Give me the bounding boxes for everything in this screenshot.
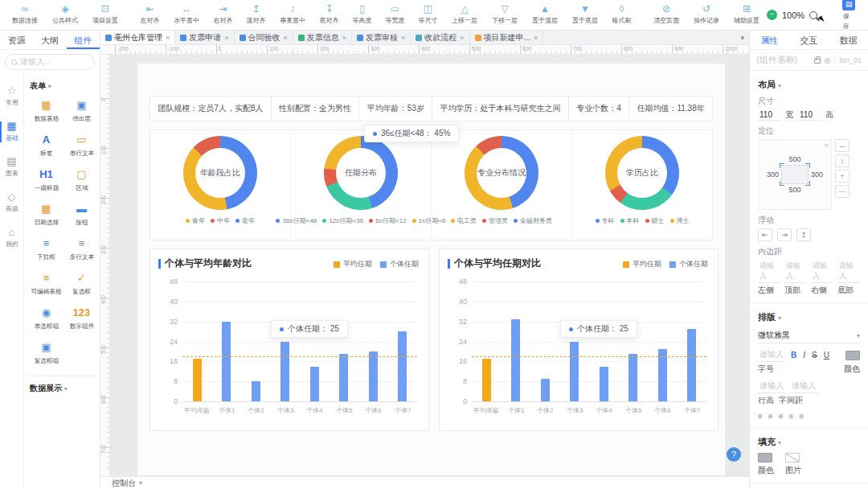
page-tab[interactable]: 发票申请 × bbox=[175, 31, 234, 44]
page-tab[interactable]: 收款流程 × bbox=[411, 31, 469, 44]
panel-tab[interactable]: 数据 bbox=[829, 31, 868, 49]
zoom-in-icon[interactable] bbox=[809, 11, 817, 19]
close-icon[interactable]: × bbox=[284, 34, 288, 42]
canvas-area[interactable]: 0100200300400500600700 团队规模：定员7人，实配8人性别配… bbox=[100, 55, 749, 476]
section-header[interactable]: 排版 ▾ bbox=[758, 311, 860, 323]
padding-field[interactable]: 请输入 bbox=[784, 260, 807, 283]
page-tab[interactable]: 发票审核 × bbox=[352, 31, 411, 44]
section-header[interactable]: 数据展示 ▾ bbox=[28, 376, 97, 394]
float-tool-button[interactable]: ⇥ bbox=[777, 228, 792, 241]
component-item[interactable]: ≡ 多行文本 bbox=[66, 236, 97, 262]
sidebar-tab[interactable]: 大纲 bbox=[33, 31, 66, 49]
sidebar-tab[interactable]: 资源 bbox=[0, 31, 33, 49]
text-align-button[interactable]: ≡ bbox=[799, 412, 804, 421]
toolbar-button[interactable]: ⊞ 辅助设置 bbox=[727, 4, 767, 26]
category-rail-item[interactable]: ▦ 基础 bbox=[0, 121, 23, 143]
float-tool-button[interactable]: ↥ bbox=[796, 228, 811, 241]
toolbar-button[interactable]: ◈ 公共样式 bbox=[45, 4, 85, 26]
toolbar-button[interactable]: ◫ 等尺寸 bbox=[411, 4, 444, 26]
line-height-field[interactable]: 请输入 bbox=[758, 380, 785, 393]
italic-button[interactable]: I bbox=[802, 351, 806, 360]
link-icon[interactable]: ∞ bbox=[824, 142, 829, 149]
text-align-button[interactable]: ≡ bbox=[789, 412, 794, 421]
float-tool-button[interactable]: ⇤ bbox=[758, 228, 772, 241]
toolbar-button[interactable]: ↕ 垂直居中 bbox=[272, 4, 313, 26]
position-tool-button[interactable]: ↔ bbox=[835, 139, 850, 152]
toolbar-button[interactable]: ⊡ 项目设置 bbox=[85, 4, 125, 26]
font-color-swatch[interactable] bbox=[845, 351, 860, 360]
toolbar-button[interactable]: ↺ 操作记录 bbox=[686, 4, 727, 26]
text-align-button[interactable]: ≡ bbox=[768, 412, 773, 421]
page-tab[interactable]: 项目新建申... × bbox=[470, 31, 544, 44]
component-item[interactable]: ▭ 单行文本 bbox=[66, 133, 97, 158]
dashboard-page[interactable]: 团队规模：定员7人，实配8人性别配置：全为男性平均年龄：53岁平均学历：处于本科… bbox=[137, 63, 726, 476]
action-button[interactable]: ▶ 发布 bbox=[862, 0, 868, 32]
component-item[interactable]: ≡ 下拉框 bbox=[28, 236, 64, 262]
toolbar-button[interactable]: △ 上移一层 bbox=[444, 4, 485, 26]
close-icon[interactable]: × bbox=[224, 34, 228, 42]
component-search-input[interactable]: 请输入... bbox=[5, 54, 95, 70]
component-item[interactable]: H1 一级标题 bbox=[28, 167, 64, 193]
toolbar-button[interactable]: ↥ 顶对齐 bbox=[240, 4, 272, 26]
toolbar-button[interactable]: ↧ 底对齐 bbox=[313, 4, 346, 26]
letter-spacing-field[interactable]: 请输入 bbox=[790, 380, 819, 393]
fill-image-button[interactable] bbox=[785, 453, 800, 462]
position-tool-button[interactable]: + bbox=[835, 170, 850, 183]
toolbar-button[interactable]: ∞ 数据连接 bbox=[5, 4, 45, 26]
section-header[interactable]: 表单 ▾ bbox=[30, 80, 97, 92]
component-item[interactable]: ≡ 可编辑表格 bbox=[28, 271, 64, 297]
toolbar-button[interactable]: ◊ 格式刷 bbox=[605, 4, 638, 26]
component-item[interactable]: A 标签 bbox=[28, 133, 64, 158]
font-size-field[interactable]: 请输入 bbox=[758, 348, 785, 362]
width-field[interactable]: 110 bbox=[758, 109, 780, 121]
component-item[interactable]: ▦ 数据表格 bbox=[28, 98, 64, 124]
category-rail-item[interactable]: ▤ 图表 bbox=[0, 156, 23, 179]
component-item[interactable]: ▣ 复选框组 bbox=[28, 340, 64, 366]
category-rail-item[interactable]: ☆ 常用 bbox=[0, 85, 23, 108]
help-button[interactable]: ? bbox=[727, 447, 741, 462]
zoom-out-icon[interactable]: − bbox=[767, 10, 777, 20]
text-align-button[interactable]: ≡ bbox=[758, 412, 763, 421]
close-icon[interactable]: × bbox=[166, 34, 170, 42]
strikethrough-button[interactable]: S bbox=[811, 351, 818, 360]
toolbar-button[interactable]: ▲ 置于顶层 bbox=[525, 4, 565, 26]
component-item[interactable]: 123 数字组件 bbox=[66, 306, 97, 331]
action-button[interactable]: ▤ 保存 bbox=[835, 0, 862, 32]
text-align-button[interactable]: ≡ bbox=[779, 412, 784, 421]
padding-field[interactable]: 请输入 bbox=[758, 260, 780, 283]
toolbar-button[interactable]: ⇥ 右对齐 bbox=[207, 4, 240, 26]
toolbar-button[interactable]: ▽ 下移一层 bbox=[485, 4, 525, 26]
sidebar-tab[interactable]: 组件 bbox=[67, 31, 100, 49]
toolbar-button[interactable]: ▼ 置于底层 bbox=[565, 4, 605, 26]
panel-tab[interactable]: 属性 bbox=[750, 31, 789, 49]
panel-tab[interactable]: 交互 bbox=[789, 31, 829, 49]
console-bar[interactable]: 控制台 ▾ bbox=[100, 476, 749, 489]
page-tab[interactable]: 亳州仓库管理 × bbox=[100, 31, 175, 44]
close-icon[interactable]: × bbox=[342, 34, 346, 42]
toolbar-button[interactable]: ▭ 等宽度 bbox=[379, 4, 411, 26]
component-item[interactable]: ✓ 复选框 bbox=[66, 271, 97, 297]
component-item[interactable]: ▬ 按钮 bbox=[66, 202, 97, 228]
category-rail-item[interactable]: ⌂ 我的 bbox=[0, 227, 23, 249]
position-tool-button[interactable]: ↕ bbox=[835, 154, 850, 167]
component-name-input[interactable]: (组件名称) bbox=[756, 54, 810, 66]
bold-button[interactable]: B bbox=[790, 351, 797, 360]
toolbar-button[interactable]: ⊘ 清空页面 bbox=[646, 4, 686, 26]
chevron-down-icon[interactable]: ▾ bbox=[740, 34, 744, 42]
component-item[interactable]: ▢ 区域 bbox=[66, 167, 97, 193]
lock-icon[interactable] bbox=[814, 59, 821, 64]
component-item[interactable]: ◉ 单选框组 bbox=[28, 306, 64, 331]
height-field[interactable]: 110 bbox=[798, 109, 821, 121]
page-tab[interactable]: 发票信息 × bbox=[293, 31, 352, 44]
close-icon[interactable]: × bbox=[460, 34, 464, 42]
font-family-select[interactable]: 微软雅黑▾ bbox=[758, 328, 860, 343]
page-tab[interactable]: 合同验收 × bbox=[235, 31, 293, 44]
eye-icon[interactable]: ◎ bbox=[825, 56, 831, 64]
position-diagram[interactable]: ∞ 500 300 300 500 bbox=[758, 139, 832, 210]
close-icon[interactable]: × bbox=[534, 34, 538, 42]
category-rail-item[interactable]: ◇ 高级 bbox=[0, 191, 23, 214]
fill-color-swatch[interactable] bbox=[758, 453, 772, 462]
section-header[interactable]: 布局 ▾ bbox=[758, 79, 860, 91]
toolbar-button[interactable]: ▯ 等高度 bbox=[346, 4, 379, 26]
position-tool-button[interactable]: ⋯ bbox=[835, 185, 850, 198]
